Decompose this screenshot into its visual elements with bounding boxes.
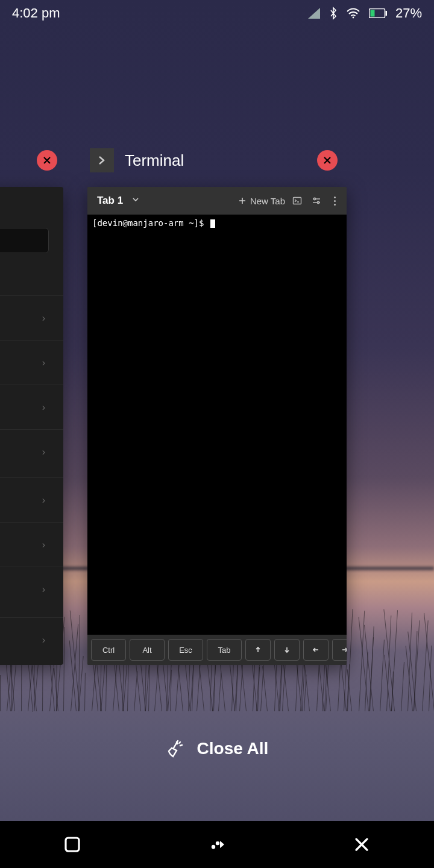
terminal-toolbar: Tab 1 New Tab: [87, 187, 347, 215]
list-item[interactable]: ›: [0, 617, 63, 662]
svg-point-9: [212, 845, 215, 849]
task-card-left[interactable]: › › › › › › ys › ›: [0, 187, 63, 665]
key-tab[interactable]: Tab: [207, 639, 242, 661]
chevron-right-icon: ›: [42, 402, 45, 413]
arrow-down-icon: [283, 646, 291, 654]
new-tab-label: New Tab: [250, 196, 285, 206]
status-time: 4:02 pm: [12, 5, 60, 21]
broom-icon: [166, 738, 186, 759]
svg-rect-8: [66, 838, 79, 851]
close-icon: [353, 835, 371, 854]
key-esc[interactable]: Esc: [168, 639, 203, 661]
list-item-label: ys: [0, 542, 63, 561]
close-terminal-task-button[interactable]: [317, 150, 338, 171]
key-arrow-right[interactable]: [332, 639, 347, 661]
chevron-right-icon: ›: [42, 495, 45, 506]
tab-label[interactable]: Tab 1: [97, 195, 123, 207]
nav-close-button[interactable]: [344, 826, 380, 863]
system-nav-bar: [0, 821, 434, 868]
svg-rect-2: [385, 11, 387, 16]
wifi-icon: [346, 7, 360, 19]
status-icons: 27%: [307, 5, 422, 21]
search-input[interactable]: [0, 228, 49, 253]
arrow-up-icon: [254, 646, 262, 654]
command-palette-button[interactable]: [290, 193, 304, 208]
cellular-icon: [307, 7, 321, 19]
close-icon: [322, 156, 332, 165]
svg-point-10: [216, 841, 219, 845]
battery-percent: 27%: [395, 5, 422, 21]
list-item[interactable]: ›: [0, 429, 63, 474]
list-item[interactable]: ›: [0, 385, 63, 430]
cursor: [210, 219, 215, 228]
task-header-row: Terminal: [0, 146, 434, 175]
sliders-icon: [312, 196, 321, 206]
svg-point-5: [313, 198, 315, 200]
task-title-terminal: Terminal: [125, 151, 184, 170]
prompt-icon: [95, 154, 108, 167]
close-left-task-button[interactable]: [37, 150, 57, 171]
home-dots-icon: [206, 834, 228, 855]
list-item[interactable]: ›: [0, 295, 63, 341]
svg-rect-3: [370, 10, 374, 17]
settings-sliders-button[interactable]: [309, 193, 324, 208]
plus-icon: [238, 197, 247, 205]
square-icon: [63, 835, 82, 854]
chevron-right-icon: ›: [42, 584, 45, 595]
new-tab-button[interactable]: New Tab: [238, 196, 285, 206]
terminal-app-icon: [90, 148, 114, 172]
list-item[interactable]: ›: [0, 477, 63, 523]
close-all-label: Close All: [197, 739, 269, 758]
shell-prompt: [devin@manjaro-arm ~]$: [92, 218, 204, 228]
key-arrow-up[interactable]: [245, 639, 271, 661]
bluetooth-icon: [329, 7, 338, 20]
key-alt[interactable]: Alt: [130, 639, 165, 661]
arrow-left-icon: [312, 646, 320, 654]
terminal-box-icon: [292, 196, 302, 206]
status-bar: 4:02 pm 27%: [0, 0, 434, 27]
key-arrow-down[interactable]: [274, 639, 300, 661]
svg-point-0: [353, 17, 354, 19]
svg-point-6: [317, 201, 319, 203]
nav-home-button[interactable]: [199, 826, 235, 863]
chevron-right-icon: ›: [42, 447, 45, 458]
key-arrow-left[interactable]: [303, 639, 329, 661]
key-ctrl[interactable]: Ctrl: [91, 639, 126, 661]
battery-icon: [369, 8, 387, 18]
chevron-right-icon: ›: [42, 357, 45, 368]
chevron-right-icon: ›: [42, 313, 45, 324]
chevron-right-icon: ›: [42, 635, 45, 646]
terminal-key-row: Ctrl Alt Esc Tab: [87, 635, 347, 665]
close-icon: [42, 156, 52, 165]
task-card-terminal[interactable]: Tab 1 New Tab [devin@manjaro-arm ~]$ Ctr…: [87, 187, 347, 665]
chevron-down-icon[interactable]: [131, 195, 140, 207]
list-item[interactable]: ›: [0, 567, 63, 612]
nav-overview-button[interactable]: [54, 826, 90, 863]
arrow-right-icon: [341, 646, 347, 654]
svg-rect-4: [294, 198, 301, 204]
overflow-menu-button[interactable]: [329, 197, 341, 206]
terminal-output[interactable]: [devin@manjaro-arm ~]$: [87, 215, 347, 635]
list-item[interactable]: ›: [0, 340, 63, 385]
close-all-button[interactable]: Close All: [0, 738, 434, 759]
